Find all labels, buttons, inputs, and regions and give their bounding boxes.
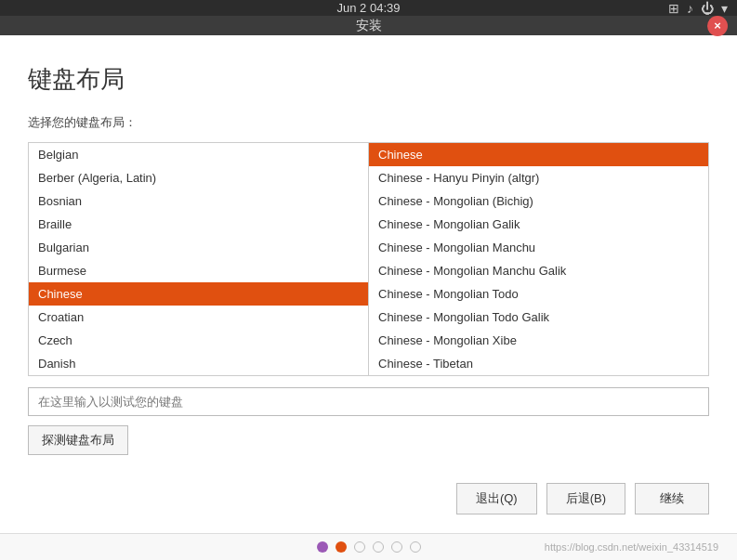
language-list-item[interactable]: Czech [29, 329, 368, 352]
progress-dot-2 [336, 541, 347, 553]
variant-list-item[interactable]: Chinese - Mongolian Galik [369, 213, 708, 236]
language-list-item[interactable]: Chinese [29, 282, 368, 306]
menu-arrow-icon[interactable]: ▾ [721, 1, 728, 16]
language-list[interactable]: BelgianBerber (Algeria, Latin)BosnianBra… [29, 143, 369, 375]
power-icon[interactable]: ⏻ [701, 1, 714, 16]
language-list-item[interactable]: Berber (Algeria, Latin) [29, 166, 368, 189]
continue-button[interactable]: 继续 [635, 483, 709, 514]
main-content: 键盘布局 选择您的键盘布局： BelgianBerber (Algeria, L… [0, 35, 737, 533]
variant-list-item[interactable]: Chinese [369, 143, 708, 166]
variant-list-item[interactable]: Chinese - Mongolian Manchu [369, 236, 708, 259]
detect-keyboard-button[interactable]: 探测键盘布局 [28, 425, 709, 474]
variant-list[interactable]: ChineseChinese - Hanyu Pinyin (altgr)Chi… [369, 143, 708, 375]
progress-dot-6 [410, 541, 421, 553]
detect-btn-label[interactable]: 探测键盘布局 [28, 425, 128, 455]
progress-area: https://blog.csdn.net/weixin_43314519 [0, 533, 737, 560]
variant-list-item[interactable]: Chinese - Mongolian Todo [369, 282, 708, 306]
window-title: 安装 [356, 18, 382, 34]
language-list-item[interactable]: Bulgarian [29, 236, 368, 259]
system-tray: ⊞ ♪ ⏻ ▾ [668, 1, 728, 16]
variant-list-item[interactable]: Chinese - Mongolian (Bichig) [369, 189, 708, 213]
watermark: https://blog.csdn.net/weixin_43314519 [545, 541, 718, 553]
language-list-item[interactable]: Burmese [29, 259, 368, 282]
language-list-item[interactable]: Braille [29, 213, 368, 236]
language-list-item[interactable]: Danish [29, 352, 368, 375]
network-icon[interactable]: ⊞ [668, 1, 679, 16]
variant-list-item[interactable]: Chinese - Tibetan [369, 352, 708, 375]
top-bar: Jun 2 04:39 ⊞ ♪ ⏻ ▾ [0, 0, 737, 16]
subtitle: 选择您的键盘布局： [28, 114, 709, 131]
back-button[interactable]: 后退(B) [546, 483, 625, 514]
variant-list-item[interactable]: Chinese - Hanyu Pinyin (altgr) [369, 166, 708, 189]
keyboard-layout-lists: BelgianBerber (Algeria, Latin)BosnianBra… [28, 142, 709, 376]
keyboard-test-input[interactable] [28, 387, 709, 416]
progress-dot-3 [354, 541, 365, 553]
progress-dot-5 [391, 541, 402, 553]
page-title: 键盘布局 [28, 63, 709, 96]
language-list-item[interactable]: Belgian [29, 143, 368, 166]
variant-list-item[interactable]: Chinese - Mongolian Xibe [369, 329, 708, 352]
volume-icon[interactable]: ♪ [687, 1, 693, 16]
top-bar-datetime: Jun 2 04:39 [337, 1, 401, 15]
quit-button[interactable]: 退出(Q) [456, 483, 537, 514]
variant-list-item[interactable]: Chinese - Mongolian Todo Galik [369, 306, 708, 329]
progress-dot-1 [317, 541, 328, 553]
progress-dot-4 [373, 541, 384, 553]
title-bar: 安装 × [0, 16, 737, 35]
close-button[interactable]: × [707, 16, 728, 36]
variant-list-item[interactable]: Chinese - Mongolian Manchu Galik [369, 259, 708, 282]
language-list-item[interactable]: Bosnian [29, 189, 368, 213]
bottom-navigation: 退出(Q) 后退(B) 继续 [28, 474, 709, 514]
language-list-item[interactable]: Croatian [29, 306, 368, 329]
